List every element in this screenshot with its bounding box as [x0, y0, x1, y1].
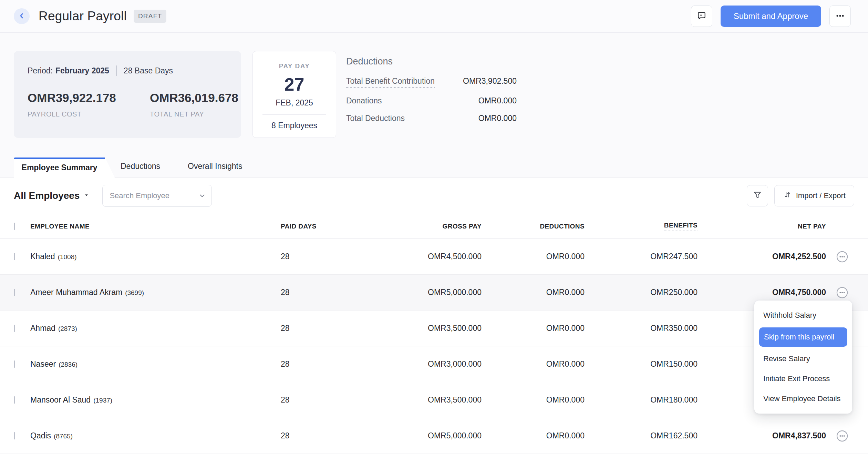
- gross-pay-cell: OMR3,000.000: [336, 359, 482, 369]
- column-employee-name: EMPLOYEE NAME: [30, 223, 281, 230]
- benefits-cell: OMR150.000: [585, 359, 698, 369]
- deductions-cell: OMR0.000: [482, 288, 585, 297]
- table-row: Qadis(8765) 28 OMR5,000.000 OMR0.000 OMR…: [0, 418, 868, 454]
- payday-day: 27: [253, 74, 336, 95]
- divider: [116, 65, 117, 76]
- employee-name: Naseer: [30, 359, 56, 368]
- context-menu-item[interactable]: Skip from this payroll: [759, 327, 847, 347]
- row-checkbox[interactable]: [14, 289, 15, 296]
- employee-id: (8765): [54, 433, 73, 440]
- total-net-pay-block: OMR36,019.678 TOTAL NET PAY: [150, 91, 260, 118]
- total-benefit-contribution-value: OMR3,902.500: [463, 77, 517, 86]
- payroll-cost-block: OMR39,922.178 PAYROLL COST: [28, 91, 138, 118]
- divider: [262, 114, 326, 115]
- table-row: Ameer Muhammad Akram(3699) 28 OMR5,000.0…: [0, 275, 868, 311]
- payday-label: PAY DAY: [253, 62, 336, 70]
- page-title: Regular Payroll: [39, 9, 127, 23]
- employee-id: (2836): [59, 361, 78, 368]
- employee-id: (2873): [58, 325, 77, 332]
- summary-amounts: OMR39,922.178 PAYROLL COST OMR36,019.678…: [28, 91, 227, 118]
- row-more-button[interactable]: [835, 286, 849, 299]
- employee-id: (3699): [125, 289, 144, 296]
- search-employee-input[interactable]: [102, 185, 212, 207]
- search-employee-box: [102, 185, 212, 207]
- gross-pay-cell: OMR3,500.000: [336, 395, 482, 405]
- table-row: Khaled(1008) 28 OMR4,500.000 OMR0.000 OM…: [0, 239, 868, 275]
- more-actions-button[interactable]: [829, 6, 851, 27]
- period-line: Period: February 2025 28 Base Days: [28, 65, 227, 76]
- column-net-pay: NET PAY: [698, 223, 826, 230]
- caret-down-icon: [84, 192, 89, 199]
- circle-ellipsis-icon: [835, 439, 849, 444]
- employee-name-cell[interactable]: Naseer(2836): [30, 359, 281, 369]
- row-checkbox[interactable]: [14, 360, 15, 368]
- table-row: Mansoor Al Saud(1937) 28 OMR3,500.000 OM…: [0, 382, 868, 418]
- tab-employee-summary[interactable]: Employee Summary: [14, 158, 115, 177]
- filter-button[interactable]: [747, 185, 768, 206]
- row-more-button[interactable]: [835, 250, 849, 264]
- submit-and-approve-button[interactable]: Submit and Approve: [721, 6, 821, 27]
- period-label: Period:: [28, 66, 53, 75]
- employee-name-cell[interactable]: Ahmad(2873): [30, 324, 281, 333]
- net-pay-cell: OMR4,750.000: [698, 288, 826, 297]
- context-menu-item[interactable]: Withhold Salary: [754, 305, 852, 325]
- employee-table-header: EMPLOYEE NAME PAID DAYS GROSS PAY DEDUCT…: [0, 214, 868, 239]
- deductions-cell: OMR0.000: [482, 395, 585, 405]
- employee-name: Ameer Muhammad Akram: [30, 288, 122, 297]
- import-export-button[interactable]: Import / Export: [774, 185, 854, 206]
- employee-filter-label: All Employees: [14, 190, 80, 201]
- back-button[interactable]: [14, 8, 30, 24]
- table-row: Ahmad(2873) 28 OMR3,500.000 OMR0.000 OMR…: [0, 311, 868, 346]
- payroll-overview: Period: February 2025 28 Base Days OMR39…: [0, 33, 868, 177]
- payday-card: PAY DAY 27 FEB, 2025 8 Employees: [252, 51, 336, 138]
- donations-value: OMR0.000: [478, 96, 517, 105]
- gross-pay-cell: OMR4,500.000: [336, 252, 482, 261]
- employee-table-body: Khaled(1008) 28 OMR4,500.000 OMR0.000 OM…: [0, 239, 868, 454]
- deductions-cell: OMR0.000: [482, 431, 585, 440]
- deduction-row: Total Deductions OMR0.000: [346, 114, 517, 123]
- context-menu-item[interactable]: Revise Salary: [754, 349, 852, 369]
- select-all-checkbox[interactable]: [14, 223, 15, 230]
- comment-icon: [696, 11, 707, 22]
- circle-ellipsis-icon: [835, 260, 849, 265]
- employee-name-cell[interactable]: Khaled(1008): [30, 252, 281, 261]
- benefits-cell: OMR162.500: [585, 431, 698, 440]
- tab-overall-insights[interactable]: Overall Insights: [188, 162, 242, 171]
- deductions-cell: OMR0.000: [482, 252, 585, 261]
- row-more-button[interactable]: [835, 429, 849, 443]
- employee-id: (1008): [58, 253, 77, 261]
- total-benefit-contribution-label[interactable]: Total Benefit Contribution: [346, 77, 435, 88]
- import-export-icon: [783, 190, 792, 201]
- deduction-row: Total Benefit Contribution OMR3,902.500: [346, 77, 517, 88]
- top-bar: Regular Payroll DRAFT Submit and Approve: [0, 0, 868, 33]
- base-days: 28 Base Days: [124, 66, 173, 75]
- deduction-row: Donations OMR0.000: [346, 96, 517, 105]
- employee-name-cell[interactable]: Mansoor Al Saud(1937): [30, 395, 281, 405]
- employee-name: Ahmad: [30, 324, 55, 333]
- column-benefits: BENEFITS: [585, 222, 698, 231]
- context-menu-item[interactable]: View Employee Details: [754, 389, 852, 409]
- context-menu-item[interactable]: Initiate Exit Process: [754, 369, 852, 389]
- deductions-cell: OMR0.000: [482, 359, 585, 369]
- import-export-label: Import / Export: [796, 191, 846, 200]
- paid-days-cell: 28: [281, 359, 336, 369]
- tab-deductions[interactable]: Deductions: [121, 162, 160, 171]
- deductions-summary: Deductions Total Benefit Contribution OM…: [346, 56, 517, 131]
- period-summary-card: Period: February 2025 28 Base Days OMR39…: [14, 51, 241, 138]
- row-checkbox[interactable]: [14, 432, 15, 439]
- row-checkbox[interactable]: [14, 325, 15, 332]
- total-net-pay-value: OMR36,019.678: [150, 91, 260, 105]
- employee-filter-dropdown[interactable]: All Employees: [14, 190, 89, 201]
- comments-button[interactable]: [691, 6, 712, 27]
- employee-table: EMPLOYEE NAME PAID DAYS GROSS PAY DEDUCT…: [0, 214, 868, 454]
- row-checkbox[interactable]: [14, 253, 15, 260]
- employee-name-cell[interactable]: Ameer Muhammad Akram(3699): [30, 288, 281, 297]
- benefits-cell: OMR180.000: [585, 395, 698, 405]
- net-pay-cell: OMR4,252.500: [698, 252, 826, 261]
- payday-month-year: FEB, 2025: [253, 98, 336, 108]
- employee-name-cell[interactable]: Qadis(8765): [30, 431, 281, 440]
- circle-ellipsis-icon: [835, 295, 849, 301]
- row-checkbox[interactable]: [14, 396, 15, 404]
- net-pay-cell: OMR4,837.500: [698, 431, 826, 440]
- payroll-cost-value: OMR39,922.178: [28, 91, 138, 105]
